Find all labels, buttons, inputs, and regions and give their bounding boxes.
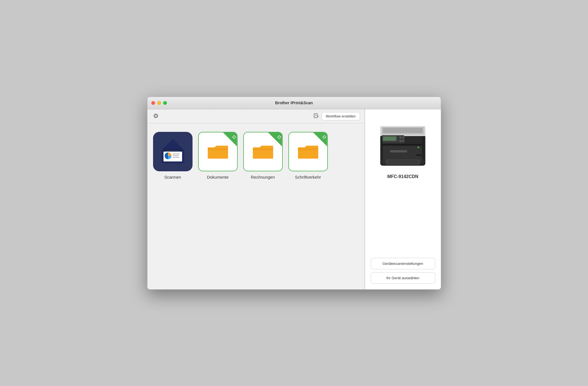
scan-svg — [157, 137, 188, 166]
select-device-button[interactable]: Ihr Gerät auswählen — [371, 272, 435, 284]
diamond-icon: ◇ — [232, 134, 236, 139]
svg-rect-37 — [422, 136, 424, 159]
scan-label: Scannen — [164, 175, 181, 179]
workflow-button[interactable]: Workflow erstellen — [322, 112, 360, 120]
workflow-icon — [313, 113, 319, 119]
dokumente-folder-svg — [207, 142, 229, 161]
window-title: Brother iPrint&Scan — [275, 101, 313, 105]
scan-settings-button[interactable]: Gerätescaneinstellungen — [371, 258, 435, 269]
title-bar: Brother iPrint&Scan — [147, 97, 441, 109]
rechnungen-label: Rechnungen — [251, 175, 275, 179]
svg-rect-18 — [298, 148, 318, 150]
left-panel: ⚙ Workflow erstellen — [147, 109, 365, 289]
maximize-button[interactable] — [163, 101, 167, 105]
window-controls — [151, 101, 167, 105]
schriftverkehr-label: Schriftverkehr — [295, 175, 321, 179]
svg-point-35 — [417, 147, 419, 148]
svg-rect-25 — [383, 137, 396, 141]
svg-rect-33 — [387, 160, 418, 164]
dokumente-label: Dokumente — [207, 175, 229, 179]
svg-point-26 — [399, 136, 402, 139]
svg-point-28 — [399, 140, 402, 142]
rechnungen-folder-svg — [252, 142, 274, 161]
printer-image — [372, 115, 434, 171]
app-window: Brother iPrint&Scan ⚙ Workflow erstellen — [147, 97, 441, 290]
svg-rect-9 — [173, 155, 179, 156]
printer-name: MFC-9142CDN — [387, 174, 418, 179]
diamond-icon-2: ◇ — [277, 134, 281, 139]
close-button[interactable] — [151, 101, 155, 105]
main-layout: ⚙ Workflow erstellen — [147, 109, 441, 289]
svg-rect-14 — [208, 148, 228, 150]
svg-rect-8 — [173, 154, 180, 154]
schriftverkehr-item[interactable]: ◇ Schriftverkehr — [288, 132, 328, 179]
rechnungen-icon-box: ◇ — [243, 132, 283, 171]
right-panel: MFC-9142CDN Gerätescaneinstellungen Ihr … — [365, 109, 441, 289]
schriftverkehr-icon-box: ◇ — [288, 132, 328, 171]
scan-item[interactable]: Scannen — [153, 132, 193, 179]
svg-marker-4 — [162, 139, 184, 150]
workflow-container: Workflow erstellen — [313, 112, 360, 120]
svg-point-29 — [402, 140, 404, 142]
svg-rect-38 — [381, 136, 383, 159]
printer-svg — [375, 118, 431, 168]
svg-rect-10 — [173, 157, 179, 158]
toolbar: ⚙ Workflow erstellen — [147, 109, 364, 123]
schriftverkehr-folder-svg — [297, 142, 319, 161]
svg-rect-34 — [390, 150, 407, 152]
svg-point-27 — [402, 136, 404, 139]
scan-icon-box — [153, 132, 193, 171]
dokumente-item[interactable]: ◇ Dokumente — [198, 132, 238, 179]
icons-grid: Scannen ◇ — [147, 123, 364, 188]
minimize-button[interactable] — [157, 101, 161, 105]
rechnungen-item[interactable]: ◇ Rechnungen — [243, 132, 283, 179]
dokumente-icon-box: ◇ — [198, 132, 238, 171]
svg-rect-12 — [166, 150, 180, 151]
svg-rect-30 — [382, 144, 424, 145]
diamond-icon-3: ◇ — [322, 134, 326, 139]
svg-rect-22 — [383, 128, 423, 133]
svg-rect-36 — [416, 154, 421, 156]
right-buttons: Gerätescaneinstellungen Ihr Gerät auswäh… — [371, 258, 435, 284]
svg-rect-16 — [253, 148, 273, 150]
settings-button[interactable]: ⚙ — [152, 111, 160, 121]
